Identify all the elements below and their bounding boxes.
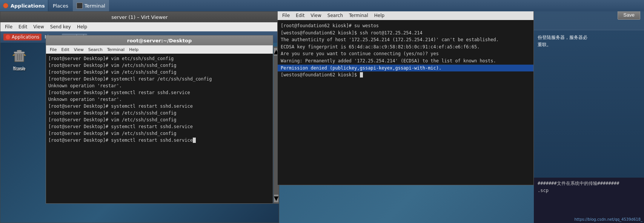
server-terminal-title: root@server:~/Desktop <box>127 38 192 43</box>
westos-line-6: Warning: Permanently added '172.25.254.2… <box>281 57 530 65</box>
westos-line-3: The authenticity of host '172.25.254.214… <box>281 36 530 43</box>
bottom-line-2: .scp <box>538 187 640 194</box>
westos-line-5: Are you sure you want to continue connec… <box>281 50 530 57</box>
scroll-down[interactable]: ▼ <box>274 195 278 202</box>
virt-menu-sendkey[interactable]: Send key <box>47 24 74 29</box>
virt-menu-help[interactable]: Help <box>74 24 90 29</box>
terminal-label: Terminal <box>85 3 105 9</box>
gnome-apps-dot <box>6 35 10 39</box>
server-terminal-window: root@server:~/Desktop File Edit View Sea… <box>46 35 273 204</box>
terminal-line-9: [root@server Desktop]# vim /etc/ssh/sshd… <box>48 110 271 116</box>
westos-menubar: File Edit View Search Terminal Help <box>278 11 533 20</box>
terminal-line-3: [root@server Desktop]# vim /etc/ssh/sshd… <box>48 69 271 76</box>
virt-viewer-title: server (1) – Virt Viewer <box>111 14 168 20</box>
server-terminal-titlebar: root@server:~/Desktop <box>46 36 273 45</box>
places-nav[interactable]: Places <box>48 0 73 11</box>
server-menu-search[interactable]: Search <box>86 47 105 52</box>
terminal-line-10: [root@server Desktop]# vim /etc/ssh/sshd… <box>48 116 271 123</box>
taskbar-left: Applications Places Terminal <box>0 0 109 11</box>
westos-menu-edit[interactable]: Edit <box>293 13 307 18</box>
terminal-nav[interactable]: Terminal <box>73 0 109 11</box>
westos-line-7: Permission denied (publickey,gssapi-keye… <box>281 65 530 72</box>
taskbar: Applications Places Terminal <box>0 0 644 11</box>
terminal-line-13: [root@server Desktop]# systemctl restart… <box>48 137 271 144</box>
westos-menu-file[interactable]: File <box>279 13 293 18</box>
places-label: Places <box>53 3 68 9</box>
westos-menu-terminal[interactable]: Terminal <box>346 13 371 18</box>
gnome-applications-button[interactable]: Applications <box>3 34 41 40</box>
virt-menu-view[interactable]: View <box>30 24 47 29</box>
bottom-line-1: #######文件在系统中的传输######## <box>538 180 640 187</box>
svg-rect-5 <box>17 50 22 52</box>
westos-line-2: [westos@foundation62 kiosk]$ ssh root@17… <box>281 29 530 37</box>
server-menu-view[interactable]: View <box>72 47 86 52</box>
save-button[interactable]: Save <box>618 10 640 20</box>
desktop-icon-trash[interactable]: Trash <box>4 46 34 71</box>
terminal-line-5: Unknown operation 'restar'. <box>48 82 271 89</box>
westos-menu-view[interactable]: View <box>307 13 324 18</box>
westos-line-4: ECDSA key fingerprint is 65:4d:ac:8a:c9:… <box>281 43 530 51</box>
terminal-icon <box>77 3 83 9</box>
server-terminal-menubar: File Edit View Search Terminal Help <box>46 45 273 54</box>
applications-label: Applications <box>11 3 45 9</box>
virt-menu-file[interactable]: File <box>2 24 15 29</box>
virt-viewer-menubar: File Edit View Send key Help <box>0 22 279 31</box>
westos-menu-help[interactable]: Help <box>371 13 387 18</box>
terminal-line-1: [root@server Desktop]# vim etc/ssh/sshd_… <box>48 55 271 62</box>
terminal-line-12: [root@server Desktop]# vim /etc/ssh/sshd… <box>48 130 271 137</box>
terminal-line-6: [root@server Desktop]# systemctl restar … <box>48 89 271 96</box>
right-panel-text: 份登陆服务器，服务器必 重联。 <box>534 30 644 52</box>
desktop: Applications Places Terminal server (1) … <box>0 0 644 223</box>
westos-cursor <box>360 72 363 77</box>
trash-icon <box>10 46 28 65</box>
virt-menu-edit[interactable]: Edit <box>15 24 30 29</box>
terminal-cursor <box>193 138 196 143</box>
server-menu-help[interactable]: Help <box>127 47 141 52</box>
right-text-line-1: 份登陆服务器，服务器必 <box>538 34 640 41</box>
westos-line-8: [westos@foundation62 kiosk]$ <box>281 71 530 79</box>
terminal-line-11: [root@server Desktop]# systemctl restart… <box>48 123 271 130</box>
applications-menu-button[interactable]: Applications <box>0 0 48 11</box>
trash-icon-label: Trash <box>13 66 25 71</box>
server-menu-file[interactable]: File <box>48 47 59 52</box>
terminal-line-7: Unknown operation 'restar'. <box>48 96 271 103</box>
westos-line-1: [root@foundation62 kiosk]# su westos <box>281 22 530 29</box>
svg-rect-4 <box>14 52 25 53</box>
right-text-line-2: 重联。 <box>538 41 640 48</box>
virt-viewer-window: server (1) – Virt Viewer File Edit View … <box>0 11 279 223</box>
virt-desktop: Applications Places Terminal <box>0 31 279 223</box>
gnome-applications-label: Applications <box>12 34 39 40</box>
westos-terminal-window: westos@foundation62:/home/kiosk − □ ✕ Fi… <box>277 0 534 185</box>
apps-icon <box>3 3 8 8</box>
server-menu-terminal[interactable]: Terminal <box>105 47 127 52</box>
terminal-line-4: [root@server Desktop]# systemctl restar … <box>48 76 271 82</box>
terminal-line-2: [root@server Desktop]# vim /etc/ssh/sshd… <box>48 62 271 69</box>
bottom-url[interactable]: https://blog.csdn.net/qq_4539d618_ <box>574 217 642 221</box>
server-menu-edit[interactable]: Edit <box>59 47 71 52</box>
westos-menu-search[interactable]: Search <box>324 13 346 18</box>
terminal-line-8: [root@server Desktop]# systemctl restart… <box>48 103 271 110</box>
westos-terminal-content: [root@foundation62 kiosk]# su westos [we… <box>278 20 533 185</box>
bottom-text: #######文件在系统中的传输######## .scp <box>534 178 644 197</box>
westos-line-7-highlight: Permission denied (publickey,gssapi-keye… <box>278 65 533 72</box>
server-terminal-content: [root@server Desktop]# vim etc/ssh/sshd_… <box>46 54 273 203</box>
virt-viewer-titlebar: server (1) – Virt Viewer <box>0 12 279 22</box>
bottom-right-panel: #######文件在系统中的传输######## .scp https://bl… <box>534 178 644 223</box>
